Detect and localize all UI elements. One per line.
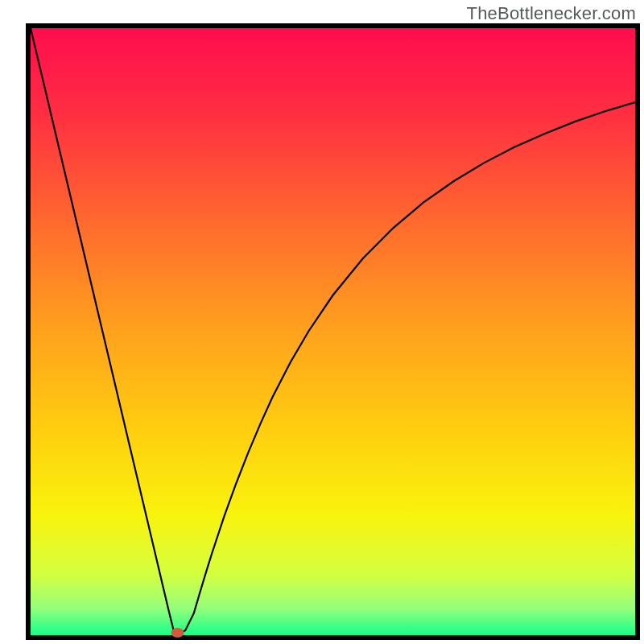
marker-dot <box>171 628 184 638</box>
chart-frame: TheBottlenecker.com <box>0 0 644 644</box>
bottleneck-chart <box>0 0 644 644</box>
plot-background <box>31 28 635 635</box>
